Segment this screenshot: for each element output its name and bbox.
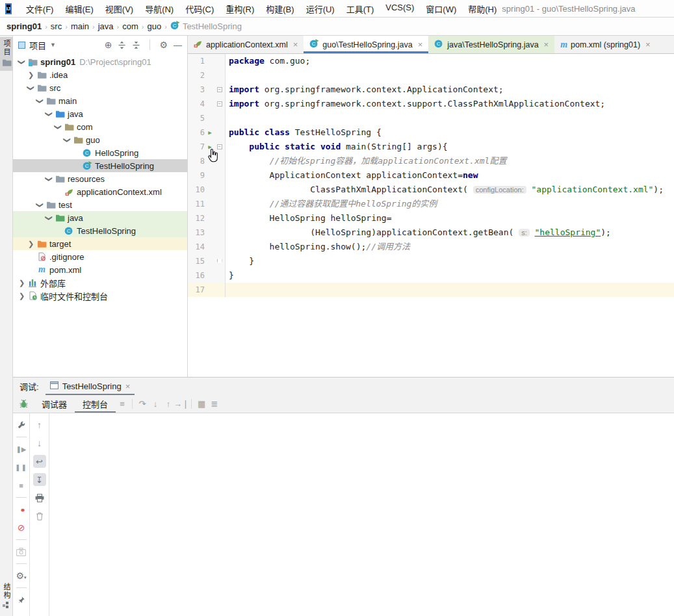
menu-2[interactable]: 编辑(E): [60, 1, 98, 16]
code-line-5[interactable]: 5: [188, 111, 674, 125]
scroll-end-icon[interactable]: ↧: [33, 473, 46, 486]
tree-item-pom.xml[interactable]: mpom.xml: [13, 263, 187, 276]
chevron-expanded-icon[interactable]: ❯: [36, 200, 44, 210]
code-line-8[interactable]: 8 //初始化spring容器，加载applicationContext.xml…: [188, 154, 674, 168]
menu-7[interactable]: 构建(B): [261, 1, 299, 16]
chevron-collapsed-icon[interactable]: ❯: [26, 71, 36, 79]
tree-item-TestHelloSpring[interactable]: CTestHelloSpring: [13, 224, 187, 237]
hide-icon[interactable]: —: [174, 40, 182, 50]
collapse-all-icon[interactable]: [132, 41, 140, 49]
chevron-expanded-icon[interactable]: ❯: [45, 213, 53, 223]
menu-6[interactable]: 重构(R): [220, 1, 259, 16]
menu-4[interactable]: 导航(N): [140, 1, 179, 16]
tree-item-test[interactable]: ❯test: [13, 198, 187, 211]
trash-icon[interactable]: [33, 509, 46, 522]
breadcrumb-item-java[interactable]: java: [98, 21, 114, 31]
tree-item-HelloSpring[interactable]: CHelloSpring: [13, 146, 187, 159]
project-view-selector[interactable]: 项目 ▼: [18, 39, 56, 51]
tree-item-临时文件和控制台[interactable]: ❯临时文件和控制台: [13, 289, 187, 302]
debug-session-tab[interactable]: TestHelloSpring ×: [45, 378, 135, 395]
run-line-icon[interactable]: ▶: [205, 140, 215, 154]
menu-1[interactable]: 文件(F): [21, 1, 59, 16]
chevron-expanded-icon[interactable]: ❯: [45, 174, 53, 184]
chevron-expanded-icon[interactable]: ❯: [18, 57, 26, 67]
debug-tab-2[interactable]: 控制台: [75, 395, 116, 413]
layout-icon[interactable]: ≣: [208, 398, 221, 411]
tree-item-.gitignore[interactable]: .gitignore: [13, 250, 187, 263]
locate-icon[interactable]: ⊕: [105, 40, 112, 50]
menu-11[interactable]: 窗口(W): [421, 1, 461, 16]
menu-icon[interactable]: ≡: [116, 398, 129, 411]
menu-12[interactable]: 帮助(H): [463, 1, 502, 16]
camera-icon[interactable]: [15, 545, 28, 558]
run-line-icon[interactable]: ▶: [205, 125, 215, 140]
tree-item-applicationContext.xml[interactable]: applicationContext.xml: [13, 185, 187, 198]
tree-item-spring01[interactable]: ❯spring01D:\Project\spring01: [13, 55, 187, 68]
fold-marker-icon[interactable]: −: [215, 144, 224, 149]
debug-tab-1[interactable]: 调试器: [34, 395, 75, 413]
chevron-collapsed-icon[interactable]: ❯: [26, 240, 36, 248]
view-breakpoints-icon[interactable]: ●●: [15, 503, 28, 516]
project-stripe-button[interactable]: 项目: [0, 37, 13, 71]
breadcrumb-item-main[interactable]: main: [71, 21, 89, 31]
chevron-expanded-icon[interactable]: ❯: [54, 122, 62, 132]
code-line-2[interactable]: 2: [188, 68, 674, 83]
close-icon[interactable]: ×: [645, 40, 651, 49]
breadcrumb-item-src[interactable]: src: [51, 21, 62, 31]
tree-item-.idea[interactable]: ❯.idea: [13, 68, 187, 81]
fold-marker-icon[interactable]: −: [215, 87, 224, 92]
step-into-icon[interactable]: ↓: [149, 398, 162, 411]
tree-item-target[interactable]: ❯target: [13, 237, 187, 250]
tree-item-guo[interactable]: ❯guo: [13, 133, 187, 146]
editor-tab-3[interactable]: Cjava\TestHelloSpring.java×: [428, 36, 554, 53]
code-line-10[interactable]: 10 ClassPathXmlApplicationContext( confi…: [188, 183, 674, 197]
structure-stripe-button[interactable]: 结构: [0, 580, 13, 612]
code-line-3[interactable]: 3−import org.springframework.context.App…: [188, 83, 674, 97]
breadcrumb-class[interactable]: CTestHelloSpring: [170, 21, 242, 32]
code-line-9[interactable]: 9 ApplicationContext applicationContext=…: [188, 168, 674, 183]
settings-icon[interactable]: ⚙: [159, 40, 168, 50]
code-line-14[interactable]: 14 helloSpring.show();//调用方法: [188, 240, 674, 254]
chevron-expanded-icon[interactable]: ❯: [63, 135, 71, 145]
code-line-7[interactable]: 7▶− public static void main(String[] arg…: [188, 140, 674, 154]
chevron-collapsed-icon[interactable]: ❯: [17, 292, 27, 300]
settings-gear-icon[interactable]: ⚙▾: [15, 569, 28, 582]
fold-marker-icon[interactable]: [215, 259, 224, 264]
evaluate-icon[interactable]: ▦: [195, 398, 208, 411]
tree-item-resources[interactable]: ❯resources: [13, 172, 187, 185]
tree-item-java[interactable]: ❯java: [13, 211, 187, 224]
code-line-17[interactable]: 17: [188, 283, 674, 297]
tree-item-java[interactable]: ❯java: [13, 107, 187, 120]
tree-item-main[interactable]: ❯main: [13, 94, 187, 107]
wrench-icon[interactable]: [15, 418, 28, 431]
menu-3[interactable]: 视图(V): [100, 1, 138, 16]
pause-icon[interactable]: ❚❚: [15, 461, 28, 474]
code-line-16[interactable]: 16}: [188, 268, 674, 283]
breadcrumb-item-com[interactable]: com: [122, 21, 138, 31]
tree-item-src[interactable]: ❯src: [13, 81, 187, 94]
mute-breakpoints-icon[interactable]: ⊘: [15, 521, 28, 534]
editor-tab-1[interactable]: applicationContext.xml×: [188, 36, 304, 53]
code-line-13[interactable]: 13 (HelloSpring)applicationContext.getBe…: [188, 225, 674, 240]
menu-8[interactable]: 运行(U): [301, 1, 340, 16]
code-line-15[interactable]: 15 }: [188, 254, 674, 268]
stop-icon[interactable]: ■: [15, 479, 28, 492]
breadcrumb-item-guo[interactable]: guo: [148, 21, 162, 31]
code-line-6[interactable]: 6▶public class TestHelloSpring {: [188, 125, 674, 140]
print-icon[interactable]: [33, 491, 46, 504]
close-icon[interactable]: ×: [293, 40, 298, 49]
code-line-1[interactable]: 1package com.guo;: [188, 54, 674, 68]
close-icon[interactable]: ×: [418, 40, 423, 49]
run-to-cursor-icon[interactable]: →❘: [175, 398, 188, 411]
tree-item-TestHelloSpring[interactable]: CTestHelloSpring: [13, 159, 187, 172]
menu-10[interactable]: VCS(S): [380, 1, 419, 16]
code-line-4[interactable]: 4−import org.springframework.context.sup…: [188, 97, 674, 111]
close-icon[interactable]: ×: [544, 40, 549, 49]
expand-all-icon[interactable]: [118, 41, 126, 49]
up-icon[interactable]: ↑: [33, 418, 46, 431]
resume-icon[interactable]: ❚▶: [15, 443, 28, 456]
tree-item-com[interactable]: ❯com: [13, 120, 187, 133]
close-icon[interactable]: ×: [125, 381, 131, 391]
tree-item-外部库[interactable]: ❯外部库: [13, 276, 187, 289]
down-icon[interactable]: ↓: [33, 437, 46, 450]
